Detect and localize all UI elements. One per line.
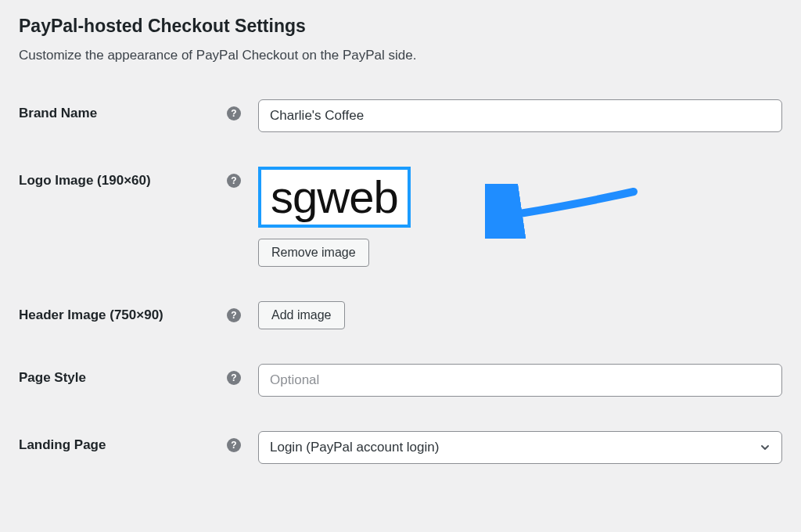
label-brand-name: Brand Name [19,106,227,121]
row-page-style: Page Style ? [19,364,782,397]
row-landing-page: Landing Page ? Login (PayPal account log… [19,431,782,464]
label-header-image: Header Image (750×90) [19,307,227,323]
section-title: PayPal-hosted Checkout Settings [19,16,782,37]
add-image-button[interactable]: Add image [258,301,345,329]
page-style-input[interactable] [258,364,782,397]
section-subtitle: Customize the appearance of PayPal Check… [19,48,782,63]
logo-preview-text: sgweb [271,171,398,222]
help-icon[interactable]: ? [227,106,241,120]
brand-name-input[interactable] [258,99,782,132]
row-header-image: Header Image (750×90) ? Add image [19,301,782,329]
logo-preview[interactable]: sgweb [258,167,411,228]
remove-image-button[interactable]: Remove image [258,239,369,267]
help-icon[interactable]: ? [227,438,241,452]
row-logo-image: Logo Image (190×60) ? sgweb Remove image [19,167,782,267]
label-page-style: Page Style [19,370,227,386]
help-icon[interactable]: ? [227,371,241,385]
help-icon[interactable]: ? [227,308,241,322]
label-landing-page: Landing Page [19,437,227,453]
label-logo-image: Logo Image (190×60) [19,173,227,189]
landing-page-select[interactable]: Login (PayPal account login) [258,431,782,464]
row-brand-name: Brand Name ? [19,99,782,132]
help-icon[interactable]: ? [227,174,241,188]
